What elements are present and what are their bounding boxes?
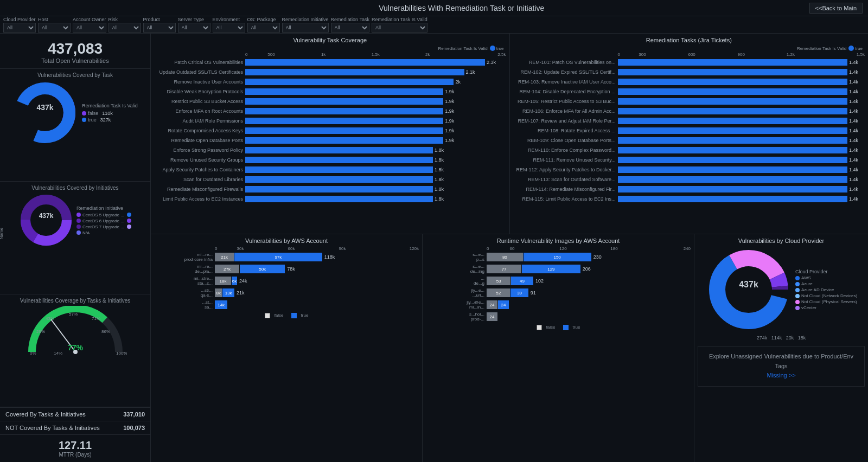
bar-fill [618,98,848,105]
bar-row: REM-111: Remove Unused Security...1.4k [513,156,865,164]
explore-link[interactable]: Explore Unassigned Vulnerabilities due t… [698,346,865,387]
blue-bar: 129 [522,265,580,273]
donut2-item4: N/A [76,230,131,235]
bar-value: 1.8k [435,196,444,202]
bar-value: 1.4k [849,147,858,153]
donut1-true-dot [82,118,86,122]
filter-select[interactable]: All [38,23,71,33]
svg-text:437k: 437k [39,212,54,220]
donut1-title: Vulnerabilities Covered by Task [3,72,147,78]
bar-row: Remove Inactive User Accounts2k [154,78,506,86]
bar-fill [618,88,848,95]
h-bar-row: ...st...sa...14k [154,300,419,310]
bar-value: 1.4k [849,108,858,114]
bar-row: REM-113: Scan for Outdated Software...1.… [513,175,865,184]
bar-fill [245,196,433,202]
blue-bar: 39 [510,288,528,297]
filter-label: Remediation Task Is Valid [372,17,427,22]
filter-select[interactable]: All [282,23,329,33]
bar-row: REM-108: Rotate Expired Access ...1.4k [513,126,865,135]
bar-label: REM-110: Enforce Complex Password... [513,147,618,153]
blue-bar: 97k [234,253,322,261]
vtc-true-dot [490,46,495,51]
filter-rem-initiative: Remediation Initiative All [282,17,329,33]
filter-rem-task: Remediation Task All [331,17,369,33]
bar-row: REM-109: Close Open Database Ports...1.4… [513,136,865,145]
bar-label: Restrict Public S3 Bucket Access [154,99,245,104]
bar-value: 1.9k [445,108,454,114]
gray-bar: 24 [487,312,497,321]
cp-aws: AWS [795,275,857,280]
runtime-bars: s...e...p...s80150230s...e...de...ing771… [426,252,691,322]
filter-select[interactable]: All [73,23,106,33]
bar-label: REM-102: Update Expired SSL/TLS Certif..… [513,69,618,75]
blue-bar: 50k [240,265,285,273]
bar-label: Rotate Compromised Access Keys [154,128,245,133]
cp-aws-value: 274k [757,335,768,341]
left-panel: 437,083 Total Open Vulnerabilities Vulne… [0,34,151,462]
bar-row: REM-105: Restrict Public Access to S3 Bu… [513,97,865,106]
filter-risk: Risk All [108,17,141,33]
bar-total: 230 [593,254,602,260]
back-button[interactable]: <<Back to Main [809,3,863,14]
bar-total: 118k [324,254,335,260]
svg-text:77%: 77% [67,343,83,352]
bar-value: 2.1k [466,69,475,75]
bar-label: REM-111: Remove Unused Security... [513,157,618,163]
donut2-legend-title: Remediation Initiative [76,206,131,211]
blue-bar: 24 [498,300,509,309]
donut1-false-value: 110k [102,111,113,116]
explore-text: Explore Unassigned Vulnerabilities due t… [709,353,853,369]
h-bar-row: s...e...de...ing77129206 [426,264,691,274]
filter-select[interactable]: All [3,23,36,33]
filter-label: Risk [108,17,141,22]
bar-value: 2k [455,79,461,85]
gauge-title: Vulnerabilities Coverage by Tasks & Init… [3,298,147,304]
h-bar-row: ...str...qa-s...8k13k21k [154,288,419,298]
aws-bars: mi...re...prod-core-infra21k97k118kmi...… [154,252,419,310]
not-covered-tasks-value: 100,073 [123,425,145,431]
bar-fill [618,176,848,183]
aws-title: Vulnerabilities by AWS Account [154,238,419,244]
aws-false-dot [265,313,270,318]
filter-label: Environment [213,17,245,22]
bar-value: 1.4k [849,157,858,163]
bar-row: REM-106: Enforce MFA for All Admin Acc..… [513,107,865,116]
filter-environment: Environment All [213,17,245,33]
total-vulns-number: 437,083 [4,40,146,57]
gauge-box: Vulnerabilities Coverage by Tasks & Init… [0,294,150,407]
filter-select[interactable]: All [143,23,176,33]
rt-true-text: true [855,46,863,51]
filter-select[interactable]: All [247,23,280,33]
donut1-box: Vulnerabilities Covered by Task 437k Rem… [0,69,150,182]
bar-fill [618,69,848,75]
bar-label: Scan for Outdated Libraries [154,177,245,182]
vuln-task-title: Vulnerability Task Coverage [154,37,506,43]
filter-select[interactable]: All [372,23,427,33]
mttr-label: MTTR (Days) [4,452,146,458]
bar-value: 1.8k [435,157,444,163]
bar-label: Remediate Misconfigured Firewalls [154,187,245,192]
cp-net-devices: Not Cloud (Network Devices) [795,293,857,298]
bar-label: Disable Weak Encryption Protocols [154,89,245,94]
filter-select[interactable]: All [178,23,210,33]
h-bar-label: mi...re...de...pla... [154,264,215,274]
filter-select[interactable]: All [108,23,141,33]
bar-fill [245,59,485,66]
filter-select[interactable]: All [331,23,369,33]
gray-bar: 21k [215,253,234,261]
bar-row: Rotate Compromised Access Keys1.9k [154,126,506,135]
bar-label: REM-115: Limit Public Access to EC2 Ins.… [513,196,618,202]
bar-label: REM-103: Remove Inactive IAM User Acco..… [513,79,618,85]
bar-value: 1.8k [435,147,444,153]
svg-text:0%: 0% [30,351,36,355]
cp-values: 274k 114k 20k 18k [698,335,865,341]
filter-select[interactable]: All [213,23,245,33]
bar-total: 24k [239,278,247,284]
bar-label: Apply Security Patches to Containers [154,167,245,172]
covered-tasks-label: Covered By Tasks & Initiatives [5,411,86,418]
h-bar-row: ...de...g5349102 [426,276,691,286]
bar-label: Enforce MFA on Root Accounts [154,108,245,114]
bar-row: Patch Critical OS Vulnerabilities2.3k [154,58,506,67]
bar-row: REM-101: Patch OS Vulnerabilities on...1… [513,58,865,67]
